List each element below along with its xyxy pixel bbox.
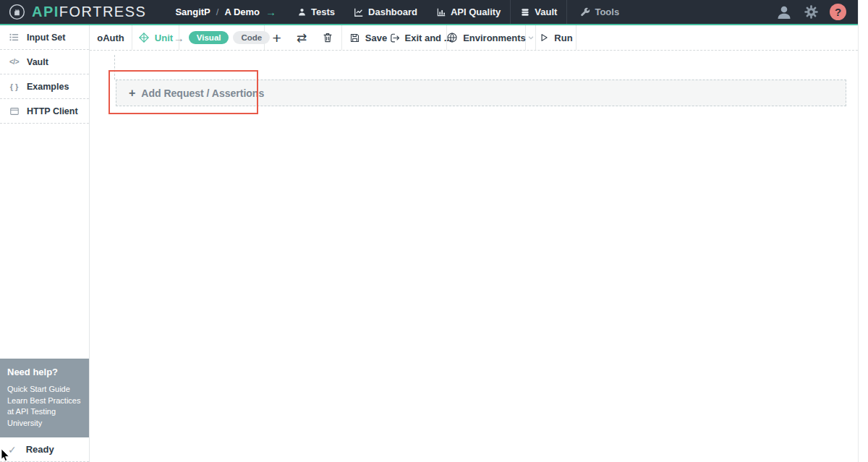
edit-actions-group: + ⇄ — [265, 25, 342, 50]
quick-start-link[interactable]: Quick Start Guide — [7, 384, 82, 395]
help-icon[interactable]: ? — [830, 4, 846, 20]
save-icon — [349, 33, 360, 43]
test-toolbar: oAuth Unit → Visual Code + ⇄ — [90, 25, 858, 51]
run-label: Run — [554, 33, 572, 43]
nav-item-label: Tests — [311, 7, 335, 17]
nav-item-api-quality[interactable]: API Quality — [427, 0, 510, 24]
window-icon — [8, 106, 20, 116]
unit-tab[interactable]: Unit — [132, 25, 179, 50]
flow-arrow-icon: → — [174, 32, 184, 44]
mode-toggle-group: → Visual Code — [179, 25, 265, 50]
chevron-down-icon — [527, 34, 535, 41]
code-icon: </> — [8, 58, 20, 66]
toolbar-spacer — [576, 25, 858, 50]
top-bar: APIFORTRESS SangitP / A Demo → Tests — [0, 0, 858, 25]
sidebar-item-label: Input Set — [27, 33, 65, 43]
nav-item-dashboard[interactable]: Dashboard — [344, 0, 427, 24]
sidebar-item-examples[interactable]: { } Examples — [0, 74, 89, 99]
nav-item-vault[interactable]: Vault — [511, 0, 566, 24]
sidebar-item-http-client[interactable]: HTTP Client — [0, 99, 89, 124]
braces-icon: { } — [8, 82, 20, 91]
breadcrumb[interactable]: SangitP / A Demo → — [175, 6, 276, 18]
run-button[interactable]: Run — [536, 25, 576, 50]
list-icon — [8, 32, 20, 43]
oauth-tab[interactable]: oAuth — [90, 25, 132, 50]
help-box-title: Need help? — [7, 367, 82, 377]
save-button[interactable]: Save — [342, 25, 394, 50]
nav-item-label: Vault — [535, 7, 557, 17]
exit-label: Exit and ... — [405, 33, 452, 43]
database-icon — [520, 7, 530, 17]
nav-item-tools[interactable]: Tools — [567, 0, 632, 24]
gear-icon[interactable] — [804, 4, 819, 20]
mouse-cursor — [1, 449, 11, 462]
add-request-assertions-button[interactable]: + Add Request / Assertions — [116, 80, 846, 106]
sidebar-bottom: Need help? Quick Start Guide Learn Best … — [0, 359, 89, 462]
bar-chart-icon — [436, 7, 446, 17]
add-request-label: Add Request / Assertions — [141, 87, 264, 99]
exit-icon — [389, 33, 400, 43]
person-icon — [297, 7, 307, 17]
line-chart-icon — [354, 7, 364, 17]
help-box: Need help? Quick Start Guide Learn Best … — [0, 359, 89, 437]
nav-item-tests[interactable]: Tests — [288, 0, 344, 24]
brand-text: APIFORTRESS — [32, 4, 146, 20]
play-icon — [539, 33, 549, 43]
environments-chevron[interactable] — [526, 25, 536, 50]
sidebar-item-vault[interactable]: </> Vault — [0, 50, 89, 74]
best-practices-link[interactable]: Learn Best Practices at API Testing Univ… — [7, 395, 82, 429]
right-gutter — [858, 0, 868, 462]
logo[interactable]: APIFORTRESS — [9, 4, 146, 20]
sidebar: Input Set </> Vault { } Examples HTTP Cl… — [0, 25, 90, 462]
globe-icon — [446, 32, 458, 43]
user-icon[interactable] — [775, 4, 793, 21]
environments-label: Environments — [463, 33, 526, 43]
status-label: Ready — [26, 444, 54, 455]
environments-button[interactable]: Environments — [447, 25, 526, 50]
nav-item-label: API Quality — [451, 7, 501, 17]
wrench-icon — [580, 7, 590, 17]
oauth-label: oAuth — [97, 33, 124, 43]
flow-connector-line — [114, 55, 115, 80]
breadcrumb-user[interactable]: SangitP — [175, 7, 210, 17]
exit-button[interactable]: Exit and ... — [394, 25, 447, 50]
brand-secondary: FORTRESS — [59, 4, 147, 20]
top-right-icons: ? — [775, 4, 846, 21]
nav-item-label: Tools — [595, 7, 619, 17]
breadcrumb-separator: / — [216, 7, 219, 17]
plus-icon: + — [129, 87, 135, 100]
visual-mode-toggle[interactable]: Visual — [189, 31, 229, 44]
sidebar-item-label: Vault — [27, 57, 48, 67]
top-nav: Tests Dashboard API Quality — [288, 0, 632, 24]
unit-label: Unit — [155, 33, 173, 43]
add-component-icon[interactable]: + — [273, 30, 281, 46]
breadcrumb-project[interactable]: A Demo — [224, 7, 260, 17]
fortress-logo-icon — [9, 4, 25, 20]
unit-icon — [138, 32, 150, 43]
breadcrumb-arrow-icon: → — [265, 6, 276, 18]
trash-icon[interactable] — [322, 32, 333, 43]
nav-item-label: Dashboard — [368, 7, 417, 17]
brand-primary: API — [32, 4, 59, 20]
app-window: APIFORTRESS SangitP / A Demo → Tests — [0, 0, 868, 462]
sidebar-item-input-set[interactable]: Input Set — [0, 25, 89, 50]
status-bar: ✓ Ready — [0, 437, 89, 462]
sidebar-item-label: HTTP Client — [27, 106, 78, 116]
sidebar-item-label: Examples — [27, 82, 69, 92]
reorder-icon[interactable]: ⇄ — [297, 32, 307, 44]
save-label: Save — [365, 33, 387, 43]
